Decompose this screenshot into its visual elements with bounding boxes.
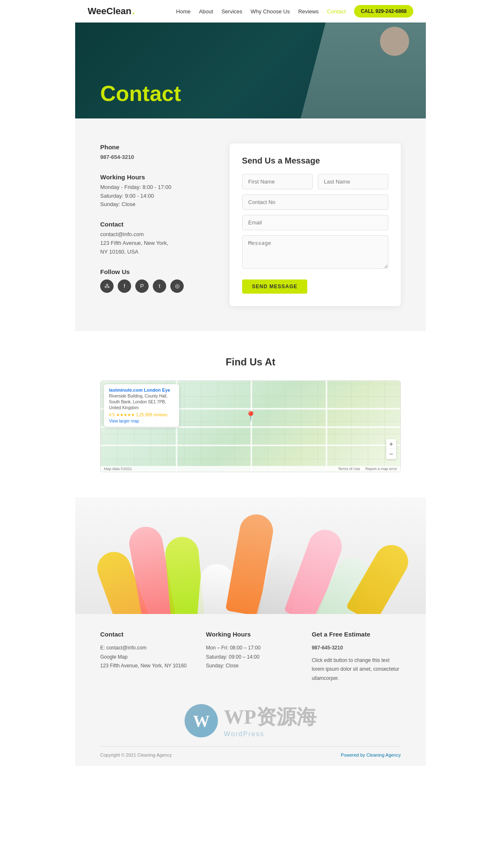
footer-desc: Click edit button to change this text lo… [312, 656, 401, 683]
map-larger-link[interactable]: View larger map [109, 419, 174, 423]
contact-address2: NY 10160, USA [100, 248, 213, 257]
map-terms[interactable]: Terms of Use [338, 467, 360, 471]
last-name-input[interactable] [318, 174, 388, 189]
navbar: WeeClean. Home About Services Why Choose… [75, 0, 426, 23]
hours-saturday: Saturday: 9:00 - 14:00 [100, 192, 213, 201]
map-zoom-controls: + − [386, 439, 396, 459]
footer-powered: Powered by Cleaning Agency [341, 752, 401, 757]
contact-email: contact@info.com [100, 230, 213, 239]
logo-dot: . [132, 6, 135, 17]
footer-bottom: Copyright © 2021 Cleaning Agency Powered… [100, 746, 401, 757]
footer-contact-col: Contact E: contact@info.com Google Map 1… [100, 631, 189, 683]
nav-contact[interactable]: Contact [327, 8, 346, 15]
wp-text: WP资源海 [224, 704, 316, 730]
map-pin: 📍 [245, 411, 256, 422]
nav-links: Home About Services Why Choose Us Review… [176, 5, 413, 18]
name-row [242, 174, 388, 189]
map-zoom-out[interactable]: − [386, 449, 396, 459]
social-icon-pinterest[interactable]: P [135, 279, 149, 293]
map-container[interactable]: 📍 lastminute.com London Eye Riverside Bu… [100, 380, 401, 472]
footer-phone: 987-645-3210 [312, 644, 401, 653]
map-road-v3 [326, 381, 327, 472]
hours-weekday: Monday - Friday: 8:00 - 17:00 [100, 183, 213, 192]
nav-services[interactable]: Services [221, 8, 242, 15]
map-zoom-in[interactable]: + [386, 439, 396, 449]
footer-address: 123 Fifth Avenue, New York, NY 10160 [100, 662, 189, 671]
map-address: Riverside Building, County Hall, South B… [109, 393, 174, 411]
find-us-title: Find Us At [100, 356, 401, 368]
footer-copyright: Copyright © 2021 Cleaning Agency [100, 752, 172, 757]
phone-label: Phone [100, 143, 213, 151]
wp-watermark: W WP资源海 WordPress [100, 695, 401, 746]
social-icons-row: ⁂ f P t ◎ [100, 279, 213, 293]
first-name-input[interactable] [242, 174, 313, 189]
find-us-section: Find Us At 📍 lastminute.com London Eye R… [75, 331, 426, 497]
wp-subtext: WordPress [224, 730, 316, 738]
footer-google-map[interactable]: Google Map [100, 653, 189, 662]
footer-estimate-col: Get a Free Estimate 987-645-3210 Click e… [312, 631, 401, 683]
map-business-name: lastminute.com London Eye [109, 387, 174, 392]
markers-section [75, 497, 426, 614]
logo-text: WeeClean [88, 6, 132, 17]
footer: Contact E: contact@info.com Google Map 1… [75, 614, 426, 766]
hours-label: Working Hours [100, 174, 213, 181]
contact-info-panel: Phone 987-654-3210 Working Hours Monday … [100, 143, 213, 304]
contact-form-box: Send Us a Message SEND MESSAGE [230, 143, 401, 306]
hero-person-image [301, 23, 426, 118]
footer-estimate-label: Get a Free Estimate [312, 631, 401, 638]
contact-section: Phone 987-654-3210 Working Hours Monday … [75, 118, 426, 331]
contact-no-input[interactable] [242, 194, 388, 210]
footer-contact-label: Contact [100, 631, 189, 638]
map-footer: Map data ©2021 Terms of Use Report a map… [101, 466, 400, 472]
social-icon-instagram[interactable]: ◎ [170, 279, 184, 293]
call-button[interactable]: CALL 929-242-6868 [354, 5, 413, 18]
footer-email[interactable]: E: contact@info.com [100, 644, 189, 653]
phone-block: Phone 987-654-3210 [100, 143, 213, 162]
map-data-label: Map data ©2021 [104, 467, 132, 471]
markers-background [75, 497, 426, 614]
map-rating: 4.5 ★★★★★ 1,25,999 reviews [109, 413, 174, 417]
wp-logo-icon: W [185, 704, 218, 737]
nav-reviews[interactable]: Reviews [298, 8, 319, 15]
hero-title: Contact [100, 81, 181, 106]
message-textarea[interactable] [242, 235, 388, 269]
hours-block: Working Hours Monday - Friday: 8:00 - 17… [100, 174, 213, 209]
map-background: 📍 lastminute.com London Eye Riverside Bu… [101, 381, 400, 472]
phone-number: 987-654-3210 [100, 153, 213, 162]
follow-us-label: Follow Us [100, 268, 213, 275]
send-message-button[interactable]: SEND MESSAGE [242, 279, 308, 294]
hours-sunday: Sunday: Close [100, 200, 213, 209]
social-icon-facebook[interactable]: f [118, 279, 131, 293]
logo[interactable]: WeeClean. [88, 6, 135, 17]
social-icon-twitter[interactable]: t [153, 279, 166, 293]
follow-us-block: Follow Us ⁂ f P t ◎ [100, 268, 213, 293]
map-road-v2 [250, 381, 252, 472]
map-report[interactable]: Report a map error [365, 467, 397, 471]
hero-section: Contact [75, 23, 426, 118]
social-icon-dribbble[interactable]: ⁂ [100, 279, 114, 293]
contact-block: Contact contact@info.com 123 Fifth Avenu… [100, 221, 213, 256]
footer-hours-col: Working Hours Mon – Fri: 08:00 – 17:00 S… [206, 631, 295, 683]
nav-about[interactable]: About [199, 8, 213, 15]
footer-top: Contact E: contact@info.com Google Map 1… [100, 631, 401, 683]
map-info-box: lastminute.com London Eye Riverside Buil… [104, 384, 179, 427]
footer-hours-label: Working Hours [206, 631, 295, 638]
nav-home[interactable]: Home [176, 8, 191, 15]
form-title: Send Us a Message [242, 156, 388, 166]
footer-hours-weekday: Mon – Fri: 08:00 – 17:00 [206, 644, 295, 653]
footer-hours-saturday: Saturday: 09:00 – 14:00 [206, 653, 295, 662]
contact-label: Contact [100, 221, 213, 228]
contact-address1: 123 Fifth Avenue, New York, [100, 239, 213, 248]
footer-hours-sunday: Sunday: Close [206, 662, 295, 671]
email-input[interactable] [242, 215, 388, 230]
nav-why-choose-us[interactable]: Why Choose Us [250, 8, 290, 15]
